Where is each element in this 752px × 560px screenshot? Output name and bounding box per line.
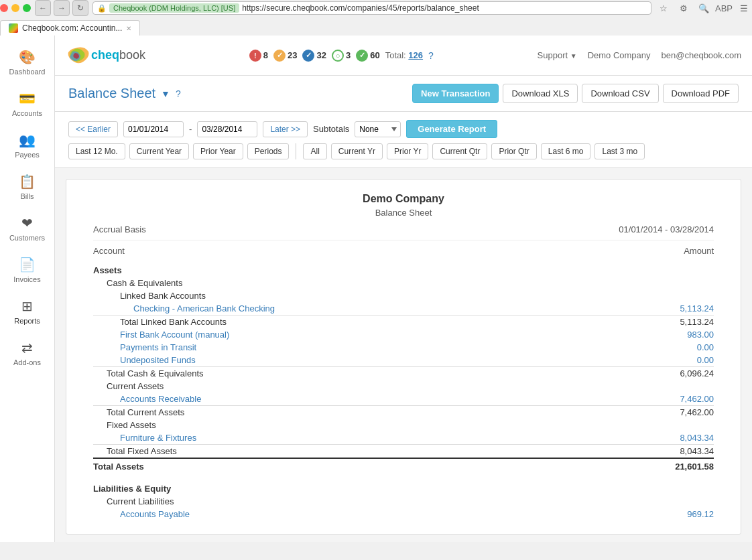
critical-badge: !	[249, 50, 261, 62]
row-accounts-receivable[interactable]: Accounts Receivable 7,462.00	[93, 393, 714, 405]
download-pdf-button[interactable]: Download PDF	[663, 84, 739, 103]
download-csv-button[interactable]: Download CSV	[582, 84, 658, 103]
title-dropdown-icon[interactable]: ▼	[161, 88, 170, 99]
sidebar-item-customers[interactable]: ❤ Customers	[0, 208, 54, 249]
subtotals-label: Subtotals	[313, 124, 349, 134]
report-column-headers: Account Amount	[93, 243, 714, 259]
period-periods-button[interactable]: Periods	[247, 143, 290, 159]
company-dropdown[interactable]: Demo Company	[588, 50, 651, 60]
first-bank-link[interactable]: First Bank Account (manual)	[93, 330, 660, 340]
maximize-button[interactable]	[23, 4, 31, 12]
menu-icon[interactable]: ☰	[736, 0, 752, 16]
filter-row-periods: Last 12 Mo. Current Year Prior Year Peri…	[68, 143, 739, 159]
row-current-assets: Current Assets	[93, 380, 714, 393]
earlier-button[interactable]: << Earlier	[68, 121, 118, 137]
linked-bank-amount	[660, 291, 714, 301]
row-linked-bank: Linked Bank Accounts	[93, 289, 714, 302]
date-from-input[interactable]	[123, 121, 184, 137]
period-last12-button[interactable]: Last 12 Mo.	[68, 143, 125, 159]
total-linked-bank-label: Total Linked Bank Accounts	[93, 317, 660, 327]
undeposited-link[interactable]: Undeposited Funds	[93, 355, 660, 365]
quick-priorqtr-button[interactable]: Prior Qtr	[491, 143, 536, 159]
info-count: 32	[316, 50, 326, 60]
help-icon[interactable]: ?	[428, 50, 434, 61]
total-link[interactable]: 126	[408, 50, 423, 60]
download-xls-button[interactable]: Download XLS	[503, 84, 578, 103]
furniture-amount: 8,043.34	[660, 433, 714, 443]
undeposited-amount: 0.00	[660, 355, 714, 365]
sidebar-item-invoices[interactable]: 📄 Invoices	[0, 250, 54, 290]
bookmark-icon[interactable]: ☆	[655, 0, 672, 16]
quick-last6mo-button[interactable]: Last 6 mo	[541, 143, 591, 159]
site-identity: Cheqbook (DDM Holdings, LLC) [US]	[109, 3, 239, 13]
extension1-icon[interactable]: ⚙	[676, 0, 692, 16]
back-button[interactable]: ←	[35, 0, 51, 16]
sidebar-item-dashboard[interactable]: 🎨 Dashboard	[0, 42, 54, 82]
checking-link[interactable]: Checking - American Bank Checking	[93, 303, 660, 313]
quick-all-button[interactable]: All	[303, 143, 326, 159]
sidebar-item-bills[interactable]: 📋 Bills	[0, 167, 54, 207]
header-buttons: New Transaction Download XLS Download CS…	[412, 84, 739, 103]
accounts-payable-link[interactable]: Accounts Payable	[93, 509, 660, 519]
quick-last3mo-button[interactable]: Last 3 mo	[594, 143, 645, 159]
row-accounts-payable[interactable]: Accounts Payable 969.12	[93, 508, 714, 520]
notif-warning[interactable]: ✓ 23	[273, 50, 297, 62]
refresh-button[interactable]: ↻	[72, 0, 88, 16]
sidebar-item-accounts[interactable]: 💳 Accounts	[0, 84, 54, 124]
checking-amount: 5,113.24	[660, 303, 714, 313]
row-checking[interactable]: Checking - American Bank Checking 5,113.…	[93, 302, 714, 315]
total-label: Total: 126	[385, 50, 423, 60]
date-to-input[interactable]	[197, 121, 257, 137]
active-tab[interactable]: Cheqbook.com: Accountin... ✕	[0, 20, 140, 36]
fixed-assets-amount	[660, 420, 714, 430]
quick-currentqtr-button[interactable]: Current Qtr	[432, 143, 487, 159]
notif-ok[interactable]: ✓ 60	[356, 50, 379, 62]
tab-favicon	[9, 23, 18, 33]
tab-title: Cheqbook.com: Accountin...	[22, 23, 122, 33]
row-undeposited[interactable]: Undeposited Funds 0.00	[93, 354, 714, 366]
accounts-receivable-link[interactable]: Accounts Receivable	[93, 394, 660, 404]
total-assets-amount: 21,601.58	[660, 462, 714, 472]
payments-transit-link[interactable]: Payments in Transit	[93, 342, 660, 352]
customers-icon: ❤	[21, 215, 33, 231]
row-furniture[interactable]: Furniture & Fixtures 8,043.34	[93, 431, 714, 444]
tab-close-button[interactable]: ✕	[126, 25, 131, 32]
period-separator	[296, 143, 296, 159]
critical-count: 8	[263, 50, 268, 60]
ok-count: 60	[370, 50, 379, 60]
period-prioryear-button[interactable]: Prior Year	[193, 143, 243, 159]
secure-indicator: 🔒	[97, 4, 107, 13]
support-link[interactable]: Support ▼	[538, 50, 577, 60]
reports-icon: ⊞	[21, 298, 33, 314]
quick-prioryr-button[interactable]: Prior Yr	[387, 143, 428, 159]
row-first-bank[interactable]: First Bank Account (manual) 983.00	[93, 328, 714, 341]
address-bar[interactable]: 🔒 Cheqbook (DDM Holdings, LLC) [US] http…	[92, 1, 651, 15]
title-help-icon[interactable]: ?	[176, 88, 181, 99]
close-button[interactable]	[0, 4, 8, 12]
forward-button[interactable]: →	[54, 0, 70, 16]
extension3-icon[interactable]: ABP	[716, 0, 732, 16]
notif-info[interactable]: ✓ 32	[302, 50, 326, 62]
user-dropdown[interactable]: ben@cheqbook.com	[662, 50, 741, 60]
pending-badge: ○	[332, 50, 344, 62]
period-currentyear-button[interactable]: Current Year	[129, 143, 189, 159]
row-payments-transit[interactable]: Payments in Transit 0.00	[93, 341, 714, 354]
generate-report-button[interactable]: Generate Report	[406, 120, 497, 138]
warning-count: 23	[288, 50, 297, 60]
quick-currentyr-button[interactable]: Current Yr	[331, 143, 383, 159]
main-content: Balance Sheet ▼ ? New Transaction Downlo…	[55, 76, 752, 542]
subtotals-select[interactable]: None Month Quarter Year	[355, 121, 401, 137]
minimize-button[interactable]	[11, 4, 19, 12]
furniture-link[interactable]: Furniture & Fixtures	[93, 433, 660, 443]
sidebar-item-reports[interactable]: ⊞ Reports	[0, 291, 54, 332]
sidebar-item-addons[interactable]: ⇄ Add-ons	[0, 333, 54, 373]
notif-critical[interactable]: ! 8	[249, 50, 268, 62]
url-text: https://secure.cheqbook.com/companies/45…	[242, 3, 647, 13]
extension2-icon[interactable]: 🔍	[696, 0, 712, 16]
row-current-liabilities: Current Liabilities	[93, 495, 714, 508]
new-transaction-button[interactable]: New Transaction	[412, 84, 499, 103]
sidebar-item-payees[interactable]: 👥 Payees	[0, 125, 54, 165]
total-current-assets-label: Total Current Assets	[93, 407, 660, 417]
notif-pending[interactable]: ○ 3	[332, 50, 351, 62]
later-button[interactable]: Later >>	[263, 121, 308, 137]
